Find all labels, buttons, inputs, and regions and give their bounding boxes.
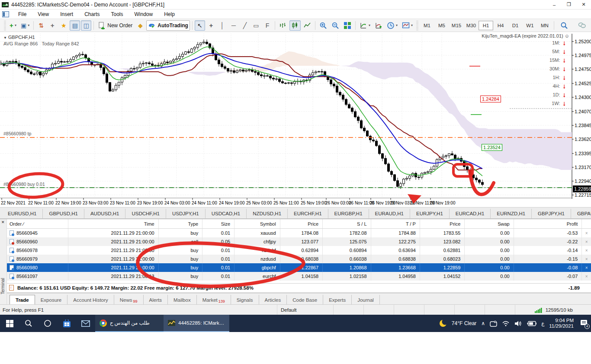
battery-icon[interactable] [527, 321, 536, 326]
timeframe-m5-button[interactable]: M5 [434, 21, 449, 30]
rectangle-button[interactable]: ▭ [251, 20, 261, 31]
column-header-price[interactable]: Price [280, 219, 323, 228]
timeframe-w1-button[interactable]: W1 [523, 21, 537, 30]
search-icon[interactable] [19, 315, 38, 332]
terminal-tab-trade[interactable]: Trade [10, 295, 35, 305]
close-order-icon[interactable]: × [582, 248, 591, 253]
terminal-tab-journal[interactable]: Journal [352, 295, 380, 305]
menu-help[interactable]: Help [158, 10, 180, 18]
column-header-sl[interactable]: S / L [323, 219, 371, 228]
chart-profiles-button[interactable]: ▣▾ [19, 20, 31, 31]
horizontal-line-button[interactable]: ─ [228, 20, 239, 31]
timeframe-mn-button[interactable]: MN [537, 21, 552, 30]
close-order-icon[interactable]: × [582, 239, 591, 244]
chart-tab-gbpjpyh1[interactable]: GBPJPY,H1 [532, 209, 571, 218]
terminal-tab-alerts[interactable]: Alerts [144, 295, 168, 305]
close-button[interactable]: ✕ [576, 0, 591, 9]
terminal-tab-experts[interactable]: Experts [323, 295, 352, 305]
line-chart-button[interactable] [302, 20, 313, 31]
zoom-in-button[interactable] [318, 20, 329, 31]
start-button[interactable] [0, 315, 19, 332]
navigator-button[interactable]: ◫ [81, 20, 91, 31]
order-row-85660960[interactable]: 856609602021.11.29 21:00:00sell0.05chfjp… [7, 237, 591, 246]
cursor-button[interactable]: ↖ [195, 20, 205, 31]
bar-chart-button[interactable] [277, 20, 289, 31]
indicators-button[interactable]: ▾ [358, 20, 372, 31]
taskbar-chrome-window[interactable]: طلب من الهندس ح [95, 315, 164, 332]
tile-windows-button[interactable] [342, 20, 353, 31]
menu-insert[interactable]: Insert [55, 10, 79, 18]
column-header-symbol[interactable]: Symbol [234, 219, 280, 228]
candlestick-chart-button[interactable] [289, 20, 301, 31]
people-icon[interactable] [490, 320, 497, 327]
search-button[interactable] [559, 20, 570, 31]
chart-area[interactable]: 1.252001.249751.247501.245251.243001.240… [0, 32, 591, 207]
close-order-icon[interactable]: × [582, 265, 591, 270]
terminal-tab-code-base[interactable]: Code Base [287, 295, 323, 305]
chart-symbol-label[interactable]: ▼ GBPCHF,H1 [3, 35, 35, 40]
minimize-button[interactable]: – [547, 0, 562, 9]
menu-tools[interactable]: Tools [106, 10, 129, 18]
menu-charts[interactable]: Charts [79, 10, 105, 18]
chart-window-icon[interactable] [2, 11, 9, 17]
close-order-icon[interactable]: × [582, 231, 591, 236]
chart-tab-eurjpyh1[interactable]: EURJPY,H1 [410, 209, 450, 218]
order-row-85660945[interactable]: 856609452021.11.29 21:00:00buy0.01xauusd… [7, 229, 591, 237]
chart-tab-eurchfh1[interactable]: EURCHF,H1 [288, 209, 328, 218]
chart-tab-eurgbph1[interactable]: EURGBP,H1 [328, 209, 369, 218]
connection-status[interactable]: 12595/10 kb [535, 305, 573, 315]
market-watch-button[interactable]: ⇅ [36, 20, 46, 31]
menu-window[interactable]: Window [129, 10, 159, 18]
order-row-85660979[interactable]: 856609792021.11.29 21:00:00buy0.01nzdusd… [7, 255, 591, 263]
chart-tab-eurusdh1[interactable]: EURUSD,H1 [2, 209, 43, 218]
timeframe-d1-button[interactable]: D1 [508, 21, 523, 30]
menu-view[interactable]: View [32, 10, 55, 18]
terminal-tab-articles[interactable]: Articles [259, 295, 287, 305]
tray-expand-icon[interactable]: ∧ [481, 320, 485, 326]
chart-tab-euraudh1[interactable]: EURAUD,H1 [369, 209, 410, 218]
templates-button[interactable]: ▾ [400, 20, 414, 31]
periods-button[interactable]: ▾ [385, 20, 399, 31]
chart-tab-eurnzdh1[interactable]: EURNZD,H1 [491, 209, 532, 218]
chart-tab-audusdh1[interactable]: AUDUSD,H1 [84, 209, 125, 218]
chart-tab-gbpaudh1[interactable]: GBPAUD,H1 [571, 209, 591, 218]
terminal-tab-exposure[interactable]: Exposure [35, 295, 68, 305]
speaker-icon[interactable] [514, 320, 522, 327]
favorites-button[interactable]: ★ [58, 20, 69, 31]
column-header-profit[interactable]: Profit [514, 219, 582, 228]
cortana-icon[interactable] [38, 315, 57, 332]
terminal-tab-market[interactable]: Market139 [197, 295, 231, 305]
timeframe-m30-button[interactable]: M30 [464, 21, 479, 30]
column-header-order[interactable]: Order ∕ [7, 219, 68, 228]
order-row-85660980[interactable]: 856609802021.11.29 21:00:00buy0.01gbpchf… [7, 263, 591, 272]
column-header-swap[interactable]: Swap [465, 219, 514, 228]
trendline-button[interactable]: ╱ [240, 20, 250, 31]
chart-tab-nzdusdh1[interactable]: NZDUSD,H1 [247, 209, 288, 218]
wifi-icon[interactable] [502, 320, 510, 326]
taskbar-clock[interactable]: 9:04 PM 11/29/2021 [549, 318, 574, 329]
data-window-button[interactable]: + [47, 20, 58, 31]
chart-tab-usdchfh1[interactable]: USDCHF,H1 [125, 209, 166, 218]
terminal-tab-mailbox[interactable]: Mailbox [168, 295, 197, 305]
language-indicator[interactable]: ع [541, 320, 544, 326]
close-order-icon[interactable]: × [582, 274, 591, 279]
terminal-tab-signals[interactable]: Signals [231, 295, 259, 305]
vertical-line-button[interactable]: │ [217, 20, 228, 31]
column-header-type[interactable]: Type [159, 219, 203, 228]
timeframe-m1-button[interactable]: M1 [420, 21, 434, 30]
chart-tab-usdcadh1[interactable]: USDCAD,H1 [206, 209, 247, 218]
column-header-time[interactable]: Time [68, 219, 159, 228]
new-order-button[interactable]: New Order [96, 20, 134, 31]
strategy-tester-button[interactable]: ◆ [135, 20, 145, 31]
add-indicator-button[interactable] [373, 20, 384, 31]
timeframe-h4-button[interactable]: H4 [493, 21, 508, 30]
autotrading-button[interactable]: AutoTrading [146, 20, 190, 31]
chart-canvas[interactable]: 1.252001.249751.247501.245251.243001.240… [0, 32, 591, 207]
fibonacci-button[interactable]: F [262, 20, 273, 31]
chart-tab-usdjpyh1[interactable]: USDJPY,H1 [166, 209, 206, 218]
mail-icon[interactable] [76, 315, 95, 332]
close-order-icon[interactable]: × [582, 257, 591, 262]
chat-button[interactable] [576, 20, 588, 31]
maximize-button[interactable]: ❒ [562, 0, 576, 9]
order-row-85661097[interactable]: 856610972021.11.29 21:00:13buy0.01eurchf… [7, 272, 591, 281]
